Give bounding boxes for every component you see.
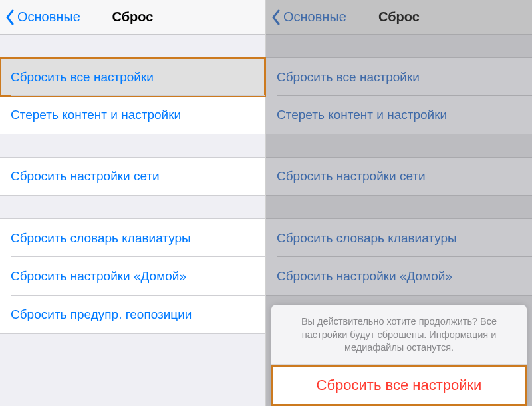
- back-button[interactable]: Основные: [5, 9, 80, 25]
- row-reset-location[interactable]: Сбросить предупр. геопозиции: [0, 296, 265, 334]
- group-gap: [0, 35, 265, 57]
- row-label: Сбросить все настройки: [277, 70, 420, 85]
- row-reset-network[interactable]: Сбросить настройки сети: [266, 157, 532, 196]
- group-gap: [266, 196, 532, 218]
- row-erase-content[interactable]: Стереть контент и настройки: [266, 96, 532, 134]
- sheet-confirm-button[interactable]: Сбросить все настройки: [271, 365, 527, 406]
- group-gap: [266, 35, 532, 57]
- row-reset-keyboard[interactable]: Сбросить словарь клавиатуры: [0, 218, 265, 257]
- row-label: Сбросить настройки сети: [11, 169, 160, 184]
- panel-right: Основные Сброс Сбросить все настройки Ст…: [266, 0, 532, 406]
- action-sheet: Вы действительно хотите продолжить? Все …: [271, 305, 527, 406]
- row-label: Сбросить настройки сети: [277, 169, 426, 184]
- row-label: Стереть контент и настройки: [277, 108, 447, 122]
- group-gap: [0, 134, 265, 157]
- group-gap: [0, 196, 265, 218]
- sheet-confirm-label: Сбросить все настройки: [317, 377, 482, 394]
- row-erase-content[interactable]: Стереть контент и настройки: [0, 96, 265, 134]
- row-label: Сбросить настройки «Домой»: [11, 269, 186, 284]
- row-reset-home[interactable]: Сбросить настройки «Домой»: [266, 257, 532, 296]
- row-reset-network[interactable]: Сбросить настройки сети: [0, 157, 265, 196]
- row-label: Сбросить предупр. геопозиции: [11, 307, 192, 322]
- back-button[interactable]: Основные: [271, 9, 346, 25]
- row-reset-all[interactable]: Сбросить все настройки: [266, 57, 532, 96]
- navbar: Основные Сброс: [266, 0, 532, 35]
- navbar: Основные Сброс: [0, 0, 265, 35]
- row-reset-keyboard[interactable]: Сбросить словарь клавиатуры: [266, 218, 532, 257]
- row-label: Сбросить словарь клавиатуры: [277, 231, 457, 246]
- content: Сбросить все настройки Стереть контент и…: [0, 35, 265, 406]
- sheet-message: Вы действительно хотите продолжить? Все …: [271, 305, 527, 365]
- group-gap: [266, 134, 532, 157]
- back-label: Основные: [17, 9, 80, 25]
- row-label: Сбросить все настройки: [11, 70, 154, 85]
- row-reset-home[interactable]: Сбросить настройки «Домой»: [0, 257, 265, 296]
- row-label: Сбросить словарь клавиатуры: [11, 231, 191, 246]
- back-label: Основные: [283, 9, 346, 25]
- page-title: Сброс: [378, 9, 420, 25]
- row-label: Сбросить настройки «Домой»: [277, 269, 452, 284]
- row-label: Стереть контент и настройки: [11, 108, 181, 122]
- chevron-left-icon: [5, 9, 15, 25]
- chevron-left-icon: [271, 9, 281, 25]
- row-reset-all[interactable]: Сбросить все настройки: [0, 57, 265, 96]
- page-title: Сброс: [112, 9, 154, 25]
- panel-left: Основные Сброс Сбросить все настройки Ст…: [0, 0, 266, 406]
